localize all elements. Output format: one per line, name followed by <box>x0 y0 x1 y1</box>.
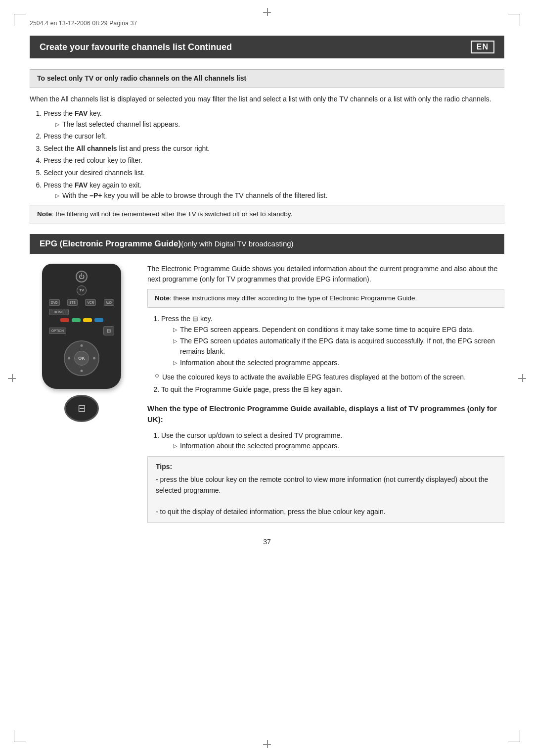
tv-button: TV <box>77 285 87 295</box>
arrow-icon: ▷ <box>55 191 59 200</box>
dvd-button: DVD <box>49 299 60 306</box>
nav-dot-left <box>68 357 70 359</box>
nav-dot-bottom <box>81 370 83 372</box>
page-number: 37 <box>30 538 504 546</box>
tips-box: Tips: - press the blue colour key on the… <box>147 456 504 522</box>
when-step-1-sub: Information about the selected programme… <box>180 441 339 451</box>
fav-step-6-sub: With the –P+ key you will be able to bro… <box>62 190 327 201</box>
tip-2: - to quit the display of detailed inform… <box>156 507 496 518</box>
nav-dot-top <box>81 344 83 347</box>
epg-bullet-item: Use the coloured keys to activate the av… <box>155 372 504 382</box>
when-type-heading: When the type of Electronic Programme Gu… <box>147 403 504 425</box>
color-buttons <box>49 318 114 322</box>
epg-text-column: The Electronic Programme Guide shows you… <box>147 264 504 523</box>
option-guide-row: OPTION ⊟ <box>49 326 114 335</box>
tip-1: - press the blue colour key on the remot… <box>156 474 496 496</box>
circle-bullet-icon <box>155 374 159 378</box>
epg-steps-list: Press the ⊟ key. ▷ The EPG screen appear… <box>161 314 504 368</box>
home-button: HOME <box>49 309 69 315</box>
yellow-button <box>83 318 92 322</box>
arrow-icon: ▷ <box>173 326 177 334</box>
arrow-icon: ▷ <box>173 442 177 450</box>
nav-cluster: OK <box>49 340 114 379</box>
epg-step-1-sub-b: The EPG screen updates automatically if … <box>180 336 504 357</box>
arrow-icon: ▷ <box>173 337 177 345</box>
power-button <box>76 271 88 283</box>
source-buttons: DVD STB VCR AUX <box>49 299 114 306</box>
epg-step-1-sub-c: Information about the selected programme… <box>180 358 339 368</box>
fav-step-1-sub: The last selected channel list appears. <box>62 119 180 130</box>
red-button <box>60 318 69 322</box>
fav-step-6: Press the FAV key again to exit. ▷ With … <box>44 180 504 201</box>
when-step-1: Use the cursor up/down to select a desir… <box>161 430 504 452</box>
fav-sub-heading: To select only TV or only radio channels… <box>30 69 504 88</box>
fav-intro: When the All channels list is displayed … <box>30 94 504 105</box>
remote-body: TV DVD STB VCR AUX HOME <box>42 264 121 389</box>
nav-dot-right <box>93 357 95 359</box>
fav-step-5: Select your desired channels list. <box>44 168 504 179</box>
epg-title-main: EPG (Electronic Programme Guide) <box>40 239 181 249</box>
blue-button <box>94 318 103 322</box>
arrow-icon: ▷ <box>173 359 177 367</box>
epg-step2-list: To quit the Programme Guide page, press … <box>161 384 504 395</box>
fav-step-1: Press the FAV key. ▷ The last selected c… <box>44 108 504 130</box>
main-title-bar: Create your favourite channels list Cont… <box>30 36 504 58</box>
epg-step-2: To quit the Programme Guide page, press … <box>161 384 504 395</box>
arrow-icon: ▷ <box>55 120 59 129</box>
epg-title-bar: EPG (Electronic Programme Guide) (only w… <box>30 234 504 254</box>
en-badge: EN <box>471 41 494 53</box>
main-title-text: Create your favourite channels list Cont… <box>40 42 232 52</box>
fav-step-4: Press the red colour key to filter. <box>44 155 504 166</box>
tv-button-label: TV <box>79 288 84 292</box>
large-guide-container: ⊟ <box>64 395 99 422</box>
fav-note: Note: the filtering will not be remember… <box>30 205 504 224</box>
ok-button: OK <box>74 351 89 366</box>
when-steps-list: Use the cursor up/down to select a desir… <box>161 430 504 452</box>
stb-button: STB <box>67 299 78 306</box>
epg-step-1: Press the ⊟ key. ▷ The EPG screen appear… <box>161 314 504 368</box>
epg-intro: The Electronic Programme Guide shows you… <box>147 264 504 285</box>
option-button: OPTION <box>49 328 66 334</box>
remote-container: TV DVD STB VCR AUX HOME <box>30 264 134 523</box>
fav-section: To select only TV or only radio channels… <box>30 69 504 224</box>
guide-small-button: ⊟ <box>103 326 114 335</box>
epg-bullet-text: Use the coloured keys to activate the av… <box>162 372 466 382</box>
green-button <box>72 318 81 322</box>
fav-step-2: Press the cursor left. <box>44 131 504 142</box>
nav-ring: OK <box>64 340 99 376</box>
page-meta: 2504.4 en 13-12-2006 08:29 Pagina 37 <box>30 20 504 27</box>
aux-button: AUX <box>104 299 114 306</box>
epg-step-1-sub-a: The EPG screen appears. Dependent on con… <box>180 325 474 335</box>
large-guide-oval: ⊟ <box>64 395 99 422</box>
fav-steps-list: Press the FAV key. ▷ The last selected c… <box>44 108 504 201</box>
epg-title-sub: (only with Digital TV broadcasting) <box>181 239 293 248</box>
epg-content: TV DVD STB VCR AUX HOME <box>30 264 504 523</box>
epg-note: Note: these instructions may differ acco… <box>147 289 504 308</box>
large-guide-icon: ⊟ <box>78 402 86 414</box>
when-type-section: When the type of Electronic Programme Gu… <box>147 403 504 523</box>
tips-title: Tips: <box>156 462 496 472</box>
vcr-button: VCR <box>85 299 96 306</box>
fav-step-3: Select the All channels list and press t… <box>44 143 504 154</box>
